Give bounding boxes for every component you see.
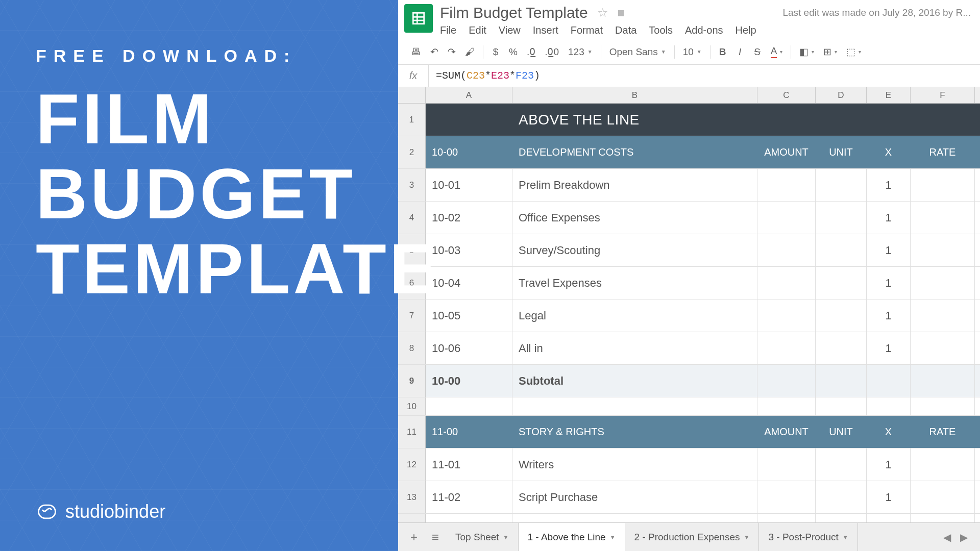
col-header-b[interactable]: B bbox=[512, 87, 757, 103]
cell[interactable]: UNIT bbox=[816, 136, 867, 168]
print-icon[interactable]: 🖶 bbox=[408, 44, 424, 60]
cell[interactable]: Script Copies bbox=[512, 514, 757, 522]
cell[interactable] bbox=[911, 104, 975, 136]
col-header-e[interactable]: E bbox=[867, 87, 911, 103]
cell[interactable]: All in bbox=[512, 332, 757, 364]
cell[interactable] bbox=[816, 169, 867, 201]
strikethrough-button[interactable]: S bbox=[750, 44, 765, 60]
cell[interactable] bbox=[911, 202, 975, 234]
tab-scroll-left-icon[interactable]: ◀ bbox=[943, 531, 951, 543]
cell[interactable] bbox=[757, 299, 816, 332]
sheet-tab[interactable]: 2 - Production Expenses▼ bbox=[625, 523, 760, 551]
sheet-tab[interactable]: Top Sheet▼ bbox=[446, 523, 518, 551]
cell[interactable]: 1 bbox=[867, 481, 911, 513]
row-number[interactable]: 13 bbox=[398, 481, 426, 513]
star-icon[interactable]: ☆ bbox=[597, 6, 608, 20]
cell[interactable] bbox=[867, 397, 911, 415]
row-number[interactable]: 12 bbox=[398, 448, 426, 481]
increase-decimal-button[interactable]: .0̲0 bbox=[542, 44, 562, 60]
cell[interactable] bbox=[757, 332, 816, 364]
cell[interactable] bbox=[757, 397, 816, 415]
cell[interactable] bbox=[816, 104, 867, 136]
cell[interactable]: 10-00 bbox=[426, 365, 512, 397]
fill-color-button[interactable]: ◧▾ bbox=[796, 44, 817, 60]
menu-edit[interactable]: Edit bbox=[469, 24, 486, 36]
cell[interactable]: UNIT bbox=[816, 416, 867, 448]
cell[interactable] bbox=[911, 365, 975, 397]
cell[interactable] bbox=[757, 234, 816, 266]
cell[interactable]: 1 bbox=[867, 234, 911, 266]
cell[interactable]: 1 bbox=[867, 448, 911, 481]
cell[interactable]: 11-01 bbox=[426, 448, 512, 481]
menu-format[interactable]: Format bbox=[571, 24, 603, 36]
cell[interactable]: AMOUNT bbox=[757, 136, 816, 168]
cell[interactable]: Office Expenses bbox=[512, 202, 757, 234]
col-header-d[interactable]: D bbox=[816, 87, 867, 103]
select-all-corner[interactable] bbox=[398, 87, 426, 103]
all-sheets-button[interactable]: ≡ bbox=[425, 523, 446, 551]
borders-button[interactable]: ⊞▾ bbox=[820, 44, 840, 60]
cell[interactable]: 1 bbox=[867, 332, 911, 364]
cell[interactable]: X bbox=[867, 136, 911, 168]
row-number[interactable]: 3 bbox=[398, 169, 426, 201]
cell[interactable] bbox=[911, 448, 975, 481]
col-header-c[interactable]: C bbox=[757, 87, 816, 103]
menu-addons[interactable]: Add-ons bbox=[685, 24, 723, 36]
cell[interactable]: 11-02 bbox=[426, 481, 512, 513]
row-number[interactable]: 2 bbox=[398, 136, 426, 168]
cell[interactable] bbox=[426, 397, 512, 415]
cell[interactable]: 10-01 bbox=[426, 169, 512, 201]
currency-button[interactable]: $ bbox=[488, 44, 503, 60]
cell[interactable] bbox=[757, 104, 816, 136]
cell[interactable] bbox=[911, 397, 975, 415]
menu-tools[interactable]: Tools bbox=[649, 24, 673, 36]
cell[interactable] bbox=[911, 169, 975, 201]
sheet-tab[interactable]: 1 - Above the Line▼ bbox=[519, 523, 625, 551]
cell[interactable] bbox=[757, 267, 816, 299]
cell[interactable]: Prelim Breakdown bbox=[512, 169, 757, 201]
cell[interactable]: ABOVE THE LINE bbox=[512, 104, 757, 136]
fx-label[interactable]: fx bbox=[398, 65, 429, 87]
redo-icon[interactable]: ↷ bbox=[445, 44, 459, 60]
bold-button[interactable]: B bbox=[716, 44, 730, 60]
cell[interactable]: 1 bbox=[867, 514, 911, 522]
cell[interactable] bbox=[816, 234, 867, 266]
italic-button[interactable]: I bbox=[733, 44, 747, 60]
sheet-tab[interactable]: 3 - Post-Product▼ bbox=[759, 523, 857, 551]
cell[interactable] bbox=[867, 104, 911, 136]
merge-cells-button[interactable]: ⬚▾ bbox=[843, 44, 864, 60]
cell[interactable]: Travel Expenses bbox=[512, 267, 757, 299]
cell[interactable] bbox=[911, 234, 975, 266]
cell[interactable] bbox=[757, 514, 816, 522]
cell[interactable]: 11-03 bbox=[426, 514, 512, 522]
row-number[interactable]: 11 bbox=[398, 416, 426, 448]
undo-icon[interactable]: ↶ bbox=[427, 44, 442, 60]
cell[interactable]: RATE bbox=[911, 416, 975, 448]
cell[interactable] bbox=[816, 514, 867, 522]
cell[interactable] bbox=[911, 514, 975, 522]
cell[interactable] bbox=[816, 365, 867, 397]
cell[interactable]: STORY & RIGHTS bbox=[512, 416, 757, 448]
cell[interactable]: Legal bbox=[512, 299, 757, 332]
cell[interactable] bbox=[911, 267, 975, 299]
cell[interactable]: Survey/Scouting bbox=[512, 234, 757, 266]
cell[interactable]: 1 bbox=[867, 169, 911, 201]
cell[interactable]: Subtotal bbox=[512, 365, 757, 397]
menu-help[interactable]: Help bbox=[736, 24, 756, 36]
row-number[interactable]: 14 bbox=[398, 514, 426, 522]
row-number[interactable]: 8 bbox=[398, 332, 426, 364]
row-number[interactable]: 10 bbox=[398, 397, 426, 415]
col-header-f[interactable]: F bbox=[911, 87, 975, 103]
cell[interactable]: 1 bbox=[867, 202, 911, 234]
text-color-button[interactable]: A▾ bbox=[768, 43, 786, 60]
cell[interactable]: 1 bbox=[867, 267, 911, 299]
cell[interactable] bbox=[911, 332, 975, 364]
cell[interactable]: Script Purchase bbox=[512, 481, 757, 513]
cell[interactable]: 11-00 bbox=[426, 416, 512, 448]
menu-file[interactable]: File bbox=[440, 24, 456, 36]
font-family-select[interactable]: Open Sans▼ bbox=[606, 44, 669, 60]
cell[interactable] bbox=[757, 481, 816, 513]
decrease-decimal-button[interactable]: .0̲ bbox=[524, 44, 538, 60]
add-sheet-button[interactable]: + bbox=[403, 523, 425, 551]
cell[interactable] bbox=[757, 202, 816, 234]
